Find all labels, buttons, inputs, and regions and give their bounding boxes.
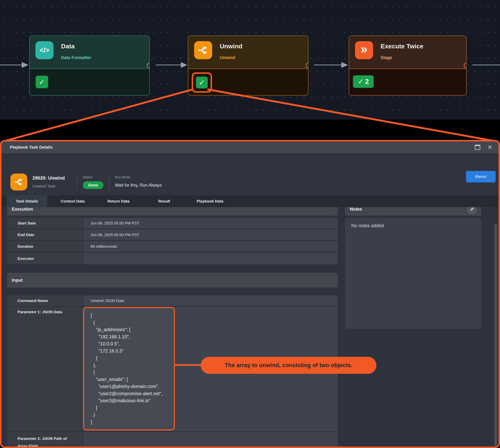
row-value: Unwind JSON Data xyxy=(83,295,338,306)
unwind-icon xyxy=(10,174,27,191)
task-node-subtitle: Unwind xyxy=(220,55,235,60)
tab-bar: Task Details Context Data Return Data Re… xyxy=(1,195,499,207)
annotation-highlight-box: ✓ xyxy=(192,72,212,93)
table-row: Executor xyxy=(7,253,338,264)
task-node-subtitle: Stage xyxy=(381,55,392,60)
notes-panel: No notes added xyxy=(345,218,481,329)
double-chevron-icon: » xyxy=(355,41,373,59)
task-node-data-statusbar: ✓ xyxy=(30,69,149,95)
rerun-button[interactable]: Rerun xyxy=(466,171,496,182)
row-label: Start Date xyxy=(7,218,83,228)
task-node-execute-header: » Execute Twice Stage xyxy=(349,36,466,69)
row-label: Parameter 1: JSON Data xyxy=(7,307,83,431)
tab-context-data[interactable]: Context Data xyxy=(52,195,93,207)
run-mode-label: Run Mode xyxy=(115,175,130,179)
check-icon: ✓ xyxy=(199,78,205,87)
tab-playbook-data[interactable]: Playbook Data xyxy=(190,195,230,207)
tab-task-details[interactable]: Task Details xyxy=(7,195,47,207)
row-value: 90 milliseconds xyxy=(83,241,338,252)
task-node-title: Execute Twice xyxy=(381,43,423,50)
divider xyxy=(77,174,78,190)
status-badge: Done xyxy=(83,181,104,189)
pencil-icon: ✎ xyxy=(470,207,474,212)
notes-empty-text: No notes added xyxy=(351,223,384,228)
execution-section-title: Execution xyxy=(12,207,33,216)
task-node-unwind-header: Unwind Unwind xyxy=(188,36,308,69)
vertical-scrollbar[interactable] xyxy=(495,224,497,447)
code-icon: </> xyxy=(35,41,53,59)
callout-connector-line xyxy=(174,364,202,366)
execution-section-header: Execution xyxy=(7,207,338,216)
notes-section-header: Notes ✎ xyxy=(345,207,481,216)
row-label: End Date xyxy=(7,229,83,240)
edit-notes-button[interactable]: ✎ xyxy=(467,207,477,214)
playbook-task-details-modal: Playbook Task Details ✕ 29620: Unwind Un… xyxy=(0,140,500,448)
check-icon: ✓ xyxy=(358,78,364,86)
row-label: Command Name xyxy=(7,295,83,306)
badge-count: 2 xyxy=(365,78,369,85)
row-value: Jun 06, 2025 05:50 PM PST xyxy=(83,229,338,240)
json-data-highlight-box: [ { "ip_addresses": [ "192.168.1.10", "1… xyxy=(83,307,175,431)
task-node-data[interactable]: </> Data Data Formatter ✓ xyxy=(29,35,150,96)
window-controls: ✕ xyxy=(475,141,492,153)
close-icon[interactable]: ✕ xyxy=(488,144,492,150)
table-row: End Date Jun 06, 2025 05:50 PM PST xyxy=(7,229,338,240)
run-mode-value: Wait for Any, Run Always xyxy=(115,183,162,188)
row-label: Executor xyxy=(7,253,83,264)
unwind-icon xyxy=(194,41,212,59)
task-details-content: Execution Start Date Jun 06, 2025 05:50 … xyxy=(1,207,499,447)
input-section-header: Input xyxy=(7,273,338,288)
task-node-execute-statusbar: ✓ 2 xyxy=(349,69,466,95)
table-row: Duration 90 milliseconds xyxy=(7,241,338,252)
task-node-title: Unwind xyxy=(220,43,242,50)
playbook-canvas[interactable]: </> Data Data Formatter ✓ xyxy=(0,0,500,120)
modal-title: Playbook Task Details xyxy=(10,141,53,153)
task-complete-badge[interactable]: ✓ xyxy=(36,76,48,88)
divider xyxy=(109,174,109,190)
task-type: Unwind Task xyxy=(32,184,55,189)
maximize-icon[interactable] xyxy=(475,145,480,150)
table-row: Command Name Unwind JSON Data xyxy=(7,295,338,306)
row-value: Jun 06, 2025 05:50 PM PST xyxy=(83,218,338,228)
task-summary-header: 29620: Unwind Unwind Task Status Done Ru… xyxy=(1,153,499,195)
task-node-unwind-statusbar: ✓ xyxy=(188,69,308,95)
status-label: Status xyxy=(83,175,92,179)
table-row: Parameter 2: JSON Path of Array Field xyxy=(7,432,338,447)
json-data-value[interactable]: [ { "ip_addresses": [ "192.168.1.10", "1… xyxy=(84,308,174,426)
row-label: Parameter 2: JSON Path of Array Field xyxy=(7,432,83,447)
notes-section-title: Notes xyxy=(350,207,362,216)
modal-titlebar: Playbook Task Details ✕ xyxy=(1,141,499,153)
row-value xyxy=(83,253,338,264)
check-icon: ✓ xyxy=(39,78,45,86)
task-complete-badge[interactable]: ✓ xyxy=(196,77,208,88)
task-node-unwind[interactable]: Unwind Unwind ✓ xyxy=(188,35,309,96)
task-node-subtitle: Data Formatter xyxy=(61,55,91,60)
task-node-data-header: </> Data Data Formatter xyxy=(30,36,149,69)
row-value xyxy=(83,432,338,447)
task-name: 29620: Unwind xyxy=(32,175,65,181)
input-section-title: Input xyxy=(12,273,23,288)
task-node-title: Data xyxy=(61,43,75,50)
task-complete-count-badge[interactable]: ✓ 2 xyxy=(353,75,374,88)
tab-return-data[interactable]: Return Data xyxy=(98,195,139,207)
row-label: Duration xyxy=(7,241,83,252)
row-label-text: Parameter 2: JSON Path of Array Field xyxy=(17,435,75,447)
screen: </> Data Data Formatter ✓ xyxy=(0,0,500,448)
annotation-callout: The array to unwind, consisting of two o… xyxy=(201,357,376,374)
task-node-execute-twice[interactable]: » Execute Twice Stage ✓ 2 xyxy=(349,35,467,96)
tab-result[interactable]: Result xyxy=(144,195,185,207)
table-row: Start Date Jun 06, 2025 05:50 PM PST xyxy=(7,218,338,228)
